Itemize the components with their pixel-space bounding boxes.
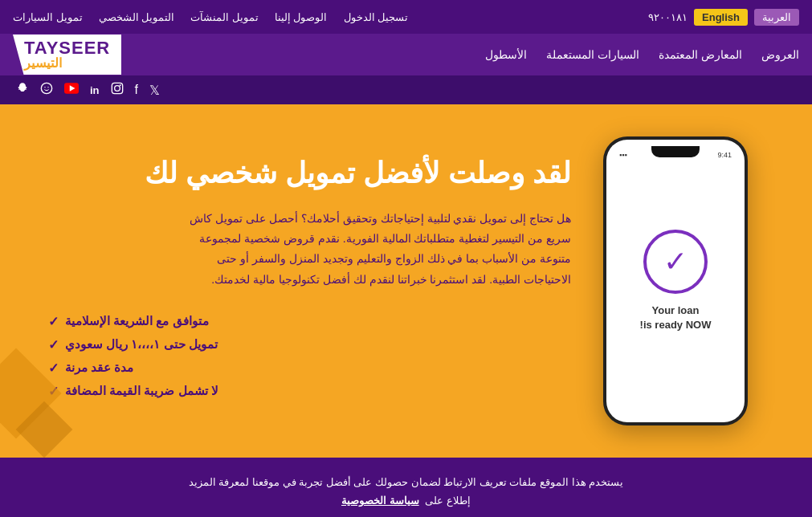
logo-box[interactable]: TAYSEER التيسير: [13, 35, 121, 75]
snapchat-icon[interactable]: [16, 82, 29, 98]
main-nav-links: العروض المعارض المعتمدة السيارات المستعم…: [485, 48, 799, 61]
checkmark-icon: ✓: [663, 247, 688, 276]
phone-mockup: 9:41 ▪▪▪ ✓ Your loan is ready NOW!: [603, 136, 748, 425]
svg-point-6: [44, 87, 45, 88]
contact-link[interactable]: الوصول إلينا: [275, 11, 328, 23]
social-bar: 𝕏 f in: [0, 75, 812, 104]
phone-number: ٩٢٠٠١٨١: [648, 11, 688, 23]
business-link[interactable]: تمويل المنشآت: [190, 11, 259, 23]
feature-text-1: متوافق مع الشريعة الإسلامية: [65, 314, 209, 328]
privacy-policy-link[interactable]: سياسة الخصوصية: [341, 495, 419, 507]
language-switcher: العربية English ٩٢٠٠١٨١: [648, 9, 799, 26]
feature-list: متوافق مع الشريعة الإسلامية ✓ تمويل حتى …: [48, 314, 571, 399]
svg-point-7: [47, 87, 48, 88]
phone-mockup-area: 9:41 ▪▪▪ ✓ Your loan is ready NOW!: [587, 136, 764, 425]
used-cars-nav[interactable]: السيارات المستعملة: [546, 48, 639, 61]
linkedin-icon[interactable]: in: [90, 84, 100, 96]
feature-item-3: مدة عقد مرنة ✓: [48, 360, 571, 376]
main-nav: العروض المعارض المعتمدة السيارات المستعم…: [0, 34, 812, 75]
facebook-icon[interactable]: f: [135, 83, 138, 97]
hero-section: 9:41 ▪▪▪ ✓ Your loan is ready NOW! لقد و…: [0, 104, 812, 458]
svg-point-1: [114, 86, 120, 92]
english-lang-btn[interactable]: English: [694, 9, 748, 26]
cookie-link-prefix: إطلاع على: [425, 495, 471, 507]
feature-item-1: متوافق مع الشريعة الإسلامية ✓: [48, 314, 571, 329]
phone-time: 9:41: [717, 151, 732, 159]
youtube-icon[interactable]: [64, 83, 79, 97]
cookie-bar: يستخدم هذا الموقع ملفات تعريف الارتباط ل…: [0, 458, 812, 517]
phone-screen: 9:41 ▪▪▪ ✓ Your loan is ready NOW!: [606, 140, 745, 422]
check-circle: ✓: [643, 230, 708, 294]
phone-status-bar: 9:41 ▪▪▪: [606, 151, 745, 159]
hero-content: لقد وصلت لأفضل تمويل شخصي لك هل تحتاج إل…: [48, 155, 587, 407]
svg-point-5: [41, 83, 51, 93]
feature-check-1: ✓: [48, 314, 59, 329]
feature-item-4: لا تشمل ضريبة القيمة المضافة ✓: [48, 384, 571, 399]
svg-rect-0: [112, 83, 122, 93]
feature-text-3: مدة عقد مرنة: [65, 360, 133, 375]
cars-link[interactable]: تمويل السيارات: [13, 11, 83, 23]
fleet-nav[interactable]: الأسطول: [485, 48, 527, 61]
logo-area: TAYSEER التيسير: [13, 35, 121, 75]
offers-nav[interactable]: العروض: [761, 48, 799, 61]
login-link[interactable]: تسجيل الدخول: [344, 11, 409, 23]
logo-arabic: التيسير: [24, 57, 62, 70]
twitter-icon[interactable]: 𝕏: [149, 83, 160, 98]
arabic-lang-btn[interactable]: العربية: [754, 9, 799, 26]
phone-message: Your loan is ready NOW!: [640, 303, 712, 332]
svg-point-2: [119, 84, 120, 86]
personal-link[interactable]: التمويل الشخصي: [99, 11, 175, 23]
hero-title: لقد وصلت لأفضل تمويل شخصي لك: [48, 155, 571, 193]
feature-item-2: تمويل حتى ١،،،،١ ريال سعودي ✓: [48, 337, 571, 352]
top-bar: العربية English ٩٢٠٠١٨١ تسجيل الدخول الو…: [0, 0, 812, 34]
top-nav: تسجيل الدخول الوصول إلينا تمويل المنشآت …: [13, 11, 408, 23]
phone-signal: ▪▪▪: [619, 151, 627, 159]
logo-english: TAYSEER: [24, 39, 110, 57]
instagram-icon[interactable]: [111, 82, 124, 98]
showrooms-nav[interactable]: المعارض المعتمدة: [659, 48, 742, 61]
feature-text-2: تمويل حتى ١،،،،١ ريال سعودي: [65, 337, 218, 352]
cookie-privacy-line: إطلاع على سياسة الخصوصية: [32, 495, 780, 507]
cookie-text: يستخدم هذا الموقع ملفات تعريف الارتباط ل…: [32, 474, 780, 491]
feature-text-4: لا تشمل ضريبة القيمة المضافة: [65, 384, 218, 398]
feature-check-2: ✓: [48, 337, 59, 352]
feature-check-3: ✓: [48, 360, 59, 376]
hero-description: هل تحتاج إلى تمويل نقدي لتلبية إحتياجاتك…: [186, 209, 571, 290]
whatsapp-icon[interactable]: [40, 82, 53, 98]
